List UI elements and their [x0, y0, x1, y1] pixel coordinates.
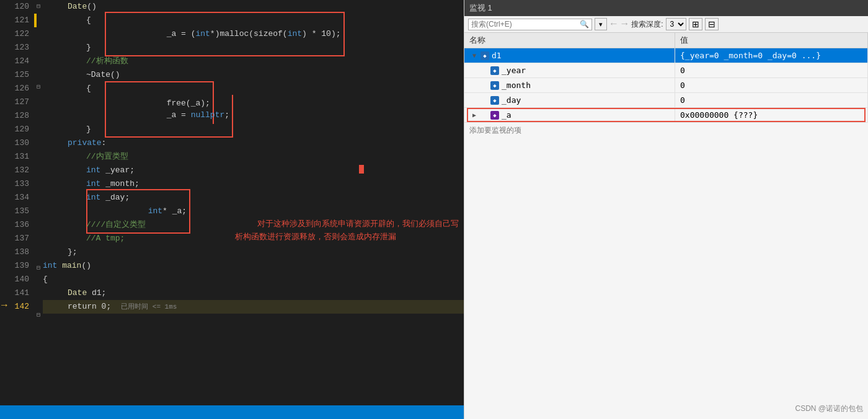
watch-cell-value-day: 0: [675, 93, 868, 107]
watch-toolbar: 🔍 ▾ ← → 搜索深度: 3 ⊞ ⊟: [464, 16, 868, 33]
watch-row-d1[interactable]: ▼ ◆ d1 {_year=0 _month=0 _day=0 ...}: [464, 48, 868, 63]
var-icon-day: ◆: [490, 96, 499, 105]
linenum-134: 134: [0, 191, 29, 205]
watch-cell-name-month: ◆ _month: [464, 78, 675, 92]
fold-133: [34, 211, 43, 225]
fold-139[interactable]: ⊟: [34, 309, 43, 322]
linenum-127: 127: [0, 95, 29, 109]
linenum-135: 135: [0, 205, 29, 218]
depth-select[interactable]: 3: [666, 18, 686, 30]
col-header-name: 名称: [464, 33, 675, 48]
watch-cell-name-a: ▶ ◆ _a: [464, 108, 675, 122]
fold-135: [34, 245, 43, 258]
watch-cell-name-day: ◆ _day: [464, 93, 675, 107]
fold-120[interactable]: ⊟: [34, 0, 43, 14]
linenum-141: 141: [0, 286, 29, 300]
red-marker: [359, 165, 364, 174]
code-line-139: int main(): [43, 259, 464, 273]
watch-row-month[interactable]: ◆ _month 0: [464, 78, 868, 93]
linenum-132: 132: [0, 164, 29, 177]
watch-panel: 监视 1 🔍 ▾ ← → 搜索深度: 3 ⊞ ⊟ 名称 值: [464, 0, 868, 419]
linenum-130: 130: [0, 136, 29, 150]
code-line-125: ~Date(): [43, 68, 464, 82]
watch-cell-value-month: 0: [675, 78, 868, 92]
add-watch-item[interactable]: 添加要监视的项: [464, 123, 868, 138]
linenum-120: 120: [0, 0, 29, 14]
fold-140: [34, 322, 43, 336]
code-line-130: private:: [43, 136, 464, 150]
watch-cell-value-d1: {_year=0 _month=0 _day=0 ...}: [675, 48, 868, 63]
status-bar: [0, 405, 464, 419]
code-line-142: return 0; 已用时间 <= 1ms: [43, 300, 464, 314]
var-name-year: _year: [502, 66, 526, 75]
fold-122: [34, 30, 43, 44]
var-icon-d1: ◆: [480, 51, 489, 60]
watch-cell-value-a: 0x00000000 {???}: [675, 108, 868, 122]
annotation-text: 对于这种涉及到向系统申请资源开辟的，我们必须自己写 析构函数进行资源释放，否则会…: [235, 205, 459, 256]
linenum-125: 125: [0, 68, 29, 82]
code-editor: → 120 121 122 123 124 125 126 127 128 12…: [0, 0, 464, 419]
csdn-watermark: CSDN @诺诺的包包: [795, 404, 863, 414]
linenum-122: 122: [0, 27, 29, 41]
linenum-129: 129: [0, 123, 29, 136]
linenum-133: 133: [0, 177, 29, 191]
fold-130: [34, 161, 43, 175]
fold-131: [34, 178, 43, 192]
linenum-137: 137: [0, 232, 29, 245]
linenum-128: 128: [0, 109, 29, 123]
search-input[interactable]: [471, 20, 580, 29]
watch-rows-container: ▼ ◆ d1 {_year=0 _month=0 _day=0 ...} ◆ _…: [464, 48, 868, 138]
code-lines: Date() { _a = (int*)malloc(sizeof(int) *…: [43, 0, 464, 405]
var-icon-a: ◆: [490, 111, 499, 120]
fold-128: [34, 128, 43, 141]
watch-title: 监视 1: [464, 0, 868, 16]
watch-row-a[interactable]: ▶ ◆ _a 0x00000000 {???}: [464, 108, 868, 123]
linenum-123: 123: [0, 41, 29, 55]
linenum-139: 139: [0, 259, 29, 273]
code-line-128: _a = nullptr;: [43, 109, 464, 123]
code-line-131: //内置类型: [43, 150, 464, 164]
fold-136[interactable]: ⊟: [34, 262, 43, 275]
execution-time: 已用时间 <= 1ms: [121, 300, 177, 314]
linenum-140: 140: [0, 273, 29, 286]
fold-125[interactable]: ⊟: [34, 81, 43, 94]
fold-134: [34, 228, 43, 242]
search-box[interactable]: 🔍: [468, 19, 592, 30]
fold-123: [34, 47, 43, 61]
code-line-122: _a = (int*)malloc(sizeof(int) * 10);: [43, 27, 464, 41]
watch-row-day[interactable]: ◆ _day 0: [464, 93, 868, 108]
watch-cell-value-year: 0: [675, 63, 868, 77]
depth-dropdown[interactable]: 3: [666, 18, 686, 30]
linenum-121: 121: [0, 14, 29, 27]
var-name-month: _month: [502, 81, 531, 90]
var-icon-year: ◆: [490, 66, 499, 75]
watch-cell-name-d1: ▼ ◆ d1: [464, 48, 675, 63]
expand-icon-d1[interactable]: ▼: [469, 52, 479, 59]
fold-138: [34, 292, 43, 306]
code-line-123: }: [43, 41, 464, 55]
fold-129: [34, 144, 43, 158]
toolbar-btn-1[interactable]: ⊞: [689, 18, 702, 30]
search-options-btn[interactable]: ▾: [595, 18, 607, 30]
watch-row-year[interactable]: ◆ _year 0: [464, 63, 868, 78]
toolbar-btn-2[interactable]: ⊟: [705, 18, 719, 30]
execution-arrow: →: [1, 300, 7, 311]
col-header-value: 值: [675, 33, 868, 48]
search-icon: 🔍: [580, 20, 589, 29]
expand-icon-a[interactable]: ▶: [469, 112, 479, 118]
fold-124: [34, 64, 43, 77]
depth-label: 搜索深度:: [631, 19, 663, 30]
linenum-138: 138: [0, 245, 29, 259]
fold-126: [34, 94, 43, 108]
linenum-131: 131: [0, 150, 29, 164]
main-container: → 120 121 122 123 124 125 126 127 128 12…: [0, 0, 868, 419]
code-line-132: int _year;: [43, 164, 464, 177]
linenum-136: 136: [0, 218, 29, 232]
fold-142: [34, 356, 43, 369]
fold-137: [34, 275, 43, 289]
gutter-area: 120 121 122 123 124 125 126 127 128 129 …: [0, 0, 464, 405]
fold-141: [34, 339, 43, 353]
fold-gutter: ⊟ ⊟ ⊟ ⊟: [34, 0, 43, 405]
fold-127: [34, 111, 43, 125]
code-line-129: }: [43, 123, 464, 136]
